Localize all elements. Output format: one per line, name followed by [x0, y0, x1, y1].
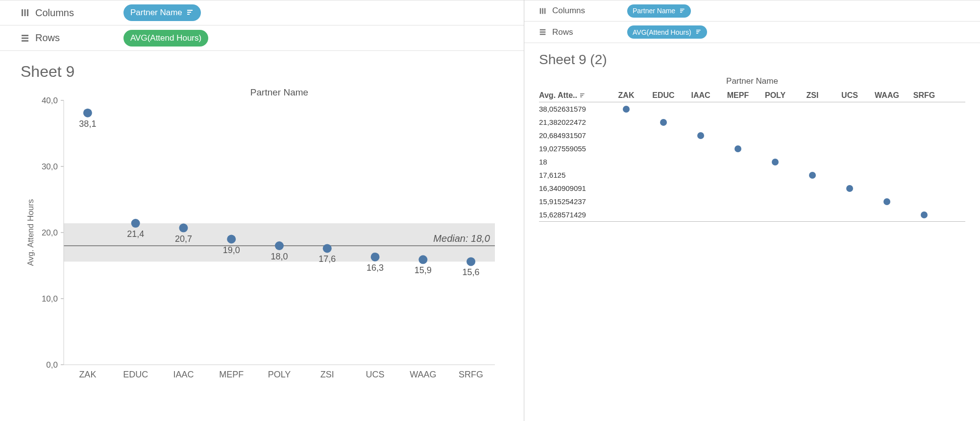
crosstab-row-header: 15,915254237: [539, 197, 608, 206]
crosstab-row: 20,684931507: [539, 129, 965, 142]
svg-text:30,0: 30,0: [42, 162, 58, 171]
svg-rect-44: [540, 8, 541, 14]
crosstab-col-header[interactable]: SRFG: [906, 91, 943, 100]
columns-label-text: Columns: [35, 7, 74, 19]
svg-text:20,0: 20,0: [42, 228, 58, 237]
svg-text:15,9: 15,9: [415, 265, 432, 275]
svg-rect-54: [696, 31, 699, 32]
crosstab-cell: [608, 106, 645, 113]
svg-rect-48: [680, 10, 683, 11]
crosstab-row-header: 16,340909091: [539, 184, 608, 192]
data-point[interactable]: [418, 255, 427, 264]
crosstab-row: 38,052631579: [539, 102, 965, 116]
svg-text:Median: 18,0: Median: 18,0: [433, 233, 490, 244]
sort-desc-icon: [680, 8, 686, 14]
data-point[interactable]: [275, 241, 284, 250]
columns-label-text-right: Columns: [552, 6, 585, 16]
sort-desc-icon[interactable]: [580, 93, 586, 98]
crosstab-cell: [831, 185, 868, 192]
crosstab-x-title: Partner Name: [539, 76, 965, 86]
crosstab-cell: [719, 145, 757, 152]
svg-text:Partner Name: Partner Name: [250, 87, 308, 97]
crosstab-col-header[interactable]: ZAK: [608, 91, 645, 100]
svg-text:17,6: 17,6: [318, 254, 336, 264]
data-point[interactable]: [323, 244, 332, 253]
svg-rect-52: [540, 34, 546, 35]
svg-text:POLY: POLY: [268, 370, 291, 379]
pill-label: Partner Name: [633, 7, 675, 15]
svg-rect-53: [696, 30, 701, 31]
svg-text:SRFG: SRFG: [459, 370, 483, 379]
crosstab-body: 38,05263157921,38202247220,68493150719,0…: [539, 102, 965, 222]
svg-rect-57: [580, 94, 583, 95]
crosstab-row: 15,628571429: [539, 208, 965, 221]
columns-pill-partner-name[interactable]: Partner Name: [123, 4, 201, 21]
crosstab-row-header: 21,382022472: [539, 118, 608, 126]
crosstab-col-header[interactable]: EDUC: [645, 91, 682, 100]
rows-shelf-right[interactable]: Rows AVG(Attend Hours): [524, 22, 980, 43]
crosstab-col-header[interactable]: UCS: [831, 91, 868, 100]
columns-shelf[interactable]: Columns Partner Name: [0, 0, 524, 25]
svg-rect-7: [22, 37, 28, 39]
data-mark[interactable]: [697, 132, 704, 139]
svg-text:19,0: 19,0: [223, 245, 240, 255]
data-point[interactable]: [131, 219, 140, 228]
data-mark[interactable]: [809, 172, 816, 179]
scatter-chart[interactable]: Median: 18,00,010,020,030,040,0Avg. Atte…: [20, 81, 510, 394]
data-point[interactable]: [466, 257, 475, 266]
rows-pill-right[interactable]: AVG(Attend Hours): [627, 25, 707, 39]
svg-rect-2: [27, 9, 28, 16]
data-mark[interactable]: [735, 145, 741, 152]
svg-text:EDUC: EDUC: [123, 370, 148, 379]
crosstab-row: 16,340909091: [539, 182, 965, 195]
svg-rect-56: [580, 93, 585, 94]
data-mark[interactable]: [846, 185, 853, 192]
rows-icon: [539, 28, 546, 36]
crosstab-col-header[interactable]: POLY: [757, 91, 794, 100]
data-mark[interactable]: [660, 119, 667, 126]
columns-shelf-right[interactable]: Columns Partner Name: [524, 0, 980, 22]
crosstab-col-header[interactable]: MEPF: [719, 91, 757, 100]
data-point[interactable]: [227, 235, 236, 244]
svg-text:Avg. Attend Hours: Avg. Attend Hours: [26, 199, 35, 266]
svg-rect-55: [696, 33, 698, 34]
crosstab-col-header[interactable]: IAAC: [682, 91, 719, 100]
svg-text:38,1: 38,1: [79, 119, 96, 129]
data-mark[interactable]: [883, 198, 890, 205]
sort-desc-icon: [696, 29, 702, 35]
crosstab-row-header: 38,052631579: [539, 105, 608, 113]
crosstab-row: 19,027559055: [539, 142, 965, 155]
data-mark[interactable]: [772, 159, 779, 165]
data-mark[interactable]: [623, 106, 630, 113]
crosstab-row-header: 20,684931507: [539, 131, 608, 140]
svg-text:15,6: 15,6: [463, 267, 480, 277]
svg-rect-45: [542, 8, 543, 14]
crosstab-cell: [682, 132, 719, 139]
columns-pill-right[interactable]: Partner Name: [627, 4, 691, 18]
svg-text:WAAG: WAAG: [410, 370, 436, 379]
crosstab-row: 21,382022472: [539, 116, 965, 129]
crosstab-col-header[interactable]: ZSI: [794, 91, 831, 100]
svg-text:ZAK: ZAK: [79, 370, 96, 379]
data-point[interactable]: [83, 109, 92, 117]
svg-rect-1: [24, 9, 26, 16]
data-point[interactable]: [179, 224, 188, 233]
rows-shelf[interactable]: Rows AVG(Attend Hours): [0, 25, 524, 51]
svg-text:MEPF: MEPF: [219, 370, 244, 379]
svg-text:40,0: 40,0: [42, 96, 58, 105]
svg-rect-49: [680, 12, 682, 13]
data-mark[interactable]: [921, 211, 928, 218]
pill-label: AVG(Attend Hours): [633, 28, 691, 36]
crosstab-cell: [645, 119, 682, 126]
crosstab-col-header[interactable]: WAAG: [868, 91, 906, 100]
columns-shelf-label-right: Columns: [539, 6, 627, 16]
data-point[interactable]: [371, 253, 380, 261]
rows-shelf-label-right: Rows: [539, 27, 627, 37]
rows-pill-avg-attend-hours[interactable]: AVG(Attend Hours): [123, 30, 208, 47]
svg-text:20,7: 20,7: [175, 234, 192, 244]
crosstab[interactable]: Partner Name Avg. Atte.. ZAKEDUCIAACMEPF…: [539, 76, 965, 222]
svg-rect-47: [680, 8, 685, 9]
rows-icon: [21, 34, 29, 43]
crosstab-cell: [757, 159, 794, 165]
crosstab-rowhead-label: Avg. Atte..: [539, 91, 608, 100]
